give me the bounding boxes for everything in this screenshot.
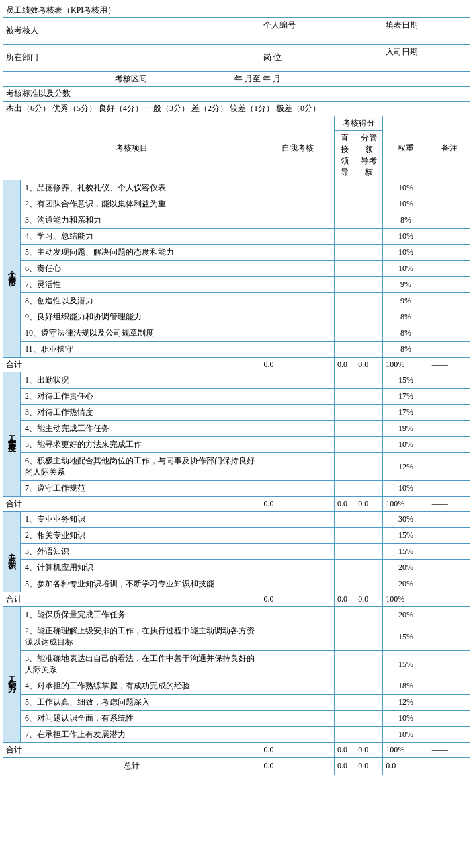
score-ab1-manager[interactable] [355, 607, 383, 623]
score-p10-direct[interactable] [334, 325, 355, 342]
score-p10-self[interactable] [261, 325, 334, 342]
score-ab6-direct[interactable] [334, 711, 355, 727]
score-p6-self[interactable] [261, 261, 334, 277]
score-p9-manager[interactable] [355, 309, 383, 325]
score-k1-manager[interactable] [355, 512, 383, 528]
score-a4-direct[interactable] [334, 421, 355, 437]
score-ab5-direct[interactable] [334, 695, 355, 711]
score-ab5-manager[interactable] [355, 695, 383, 711]
score-ab6-manager[interactable] [355, 711, 383, 727]
score-ab3-manager[interactable] [355, 651, 383, 678]
position-value[interactable] [284, 52, 324, 65]
score-a5-manager[interactable] [355, 437, 383, 453]
score-p2-direct[interactable] [334, 196, 355, 212]
note-k3 [429, 544, 470, 560]
score-p11-manager[interactable] [355, 342, 383, 358]
score-a3-direct[interactable] [334, 405, 355, 421]
score-p8-direct[interactable] [334, 293, 355, 309]
score-k5-direct[interactable] [334, 576, 355, 592]
score-k5-self[interactable] [261, 576, 334, 592]
score-k2-direct[interactable] [334, 528, 355, 544]
score-k4-direct[interactable] [334, 560, 355, 576]
score-p9-direct[interactable] [334, 309, 355, 325]
score-p1-self[interactable] [261, 180, 334, 196]
score-ab7-direct[interactable] [334, 727, 355, 743]
score-k2-self[interactable] [261, 528, 334, 544]
score-a7-self[interactable] [261, 481, 334, 497]
score-ab4-direct[interactable] [334, 678, 355, 695]
score-ab4-self[interactable] [261, 678, 334, 695]
score-ab2-direct[interactable] [334, 623, 355, 651]
score-p3-self[interactable] [261, 212, 334, 229]
score-a6-manager[interactable] [355, 453, 383, 481]
department-value[interactable] [40, 52, 87, 65]
score-ab4-manager[interactable] [355, 678, 383, 695]
score-ab6-self[interactable] [261, 711, 334, 727]
score-p10-manager[interactable] [355, 325, 383, 342]
score-k2-manager[interactable] [355, 528, 383, 544]
score-p3-direct[interactable] [334, 212, 355, 229]
score-p3-manager[interactable] [355, 212, 383, 229]
score-ab1-direct[interactable] [334, 607, 355, 623]
score-k5-manager[interactable] [355, 576, 383, 592]
score-a2-self[interactable] [261, 389, 334, 405]
score-p5-self[interactable] [261, 245, 334, 261]
score-a2-manager[interactable] [355, 389, 383, 405]
score-k3-self[interactable] [261, 544, 334, 560]
score-a4-manager[interactable] [355, 421, 383, 437]
score-ab7-self[interactable] [261, 727, 334, 743]
score-p7-direct[interactable] [334, 277, 355, 293]
score-k3-manager[interactable] [355, 544, 383, 560]
score-p6-direct[interactable] [334, 261, 355, 277]
score-p5-direct[interactable] [334, 245, 355, 261]
score-p4-manager[interactable] [355, 229, 383, 245]
score-k1-direct[interactable] [334, 512, 355, 528]
score-p4-direct[interactable] [334, 229, 355, 245]
period-value[interactable]: 年 月至 年 月 [157, 73, 359, 85]
score-p8-self[interactable] [261, 293, 334, 309]
score-p2-self[interactable] [261, 196, 334, 212]
score-a5-direct[interactable] [334, 437, 355, 453]
score-p1-manager[interactable] [355, 180, 383, 196]
score-a6-self[interactable] [261, 453, 334, 481]
score-a1-manager[interactable] [355, 372, 383, 389]
score-p6-manager[interactable] [355, 261, 383, 277]
score-a3-manager[interactable] [355, 405, 383, 421]
score-ab3-self[interactable] [261, 651, 334, 678]
score-p11-self[interactable] [261, 342, 334, 358]
score-ab3-direct[interactable] [334, 651, 355, 678]
score-ab5-self[interactable] [261, 695, 334, 711]
score-a1-direct[interactable] [334, 372, 355, 389]
score-a2-direct[interactable] [334, 389, 355, 405]
score-a3-self[interactable] [261, 405, 334, 421]
score-p7-manager[interactable] [355, 277, 383, 293]
score-p8-manager[interactable] [355, 293, 383, 309]
score-a4-self[interactable] [261, 421, 334, 437]
score-k3-direct[interactable] [334, 544, 355, 560]
score-p4-self[interactable] [261, 229, 334, 245]
score-p9-self[interactable] [261, 309, 334, 325]
join-date-value[interactable] [386, 58, 439, 70]
score-a1-self[interactable] [261, 372, 334, 389]
score-ab1-self[interactable] [261, 607, 334, 623]
score-ab2-self[interactable] [261, 623, 334, 651]
score-k4-manager[interactable] [355, 560, 383, 576]
weight-a7: 10% [383, 481, 429, 497]
examinee-value[interactable] [40, 26, 94, 38]
score-p7-self[interactable] [261, 277, 334, 293]
score-ab2-manager[interactable] [355, 623, 383, 651]
score-ab7-manager[interactable] [355, 727, 383, 743]
personal-id-value[interactable] [263, 31, 304, 43]
fill-date-value[interactable] [386, 31, 439, 43]
score-a7-manager[interactable] [355, 481, 383, 497]
score-k1-self[interactable] [261, 512, 334, 528]
score-a7-direct[interactable] [334, 481, 355, 497]
score-p1-direct[interactable] [334, 180, 355, 196]
subtotal-attitude-self: 0.0 [261, 497, 334, 512]
score-k4-self[interactable] [261, 560, 334, 576]
score-a5-self[interactable] [261, 437, 334, 453]
score-p2-manager[interactable] [355, 196, 383, 212]
score-a6-direct[interactable] [334, 453, 355, 481]
score-p5-manager[interactable] [355, 245, 383, 261]
score-p11-direct[interactable] [334, 342, 355, 358]
